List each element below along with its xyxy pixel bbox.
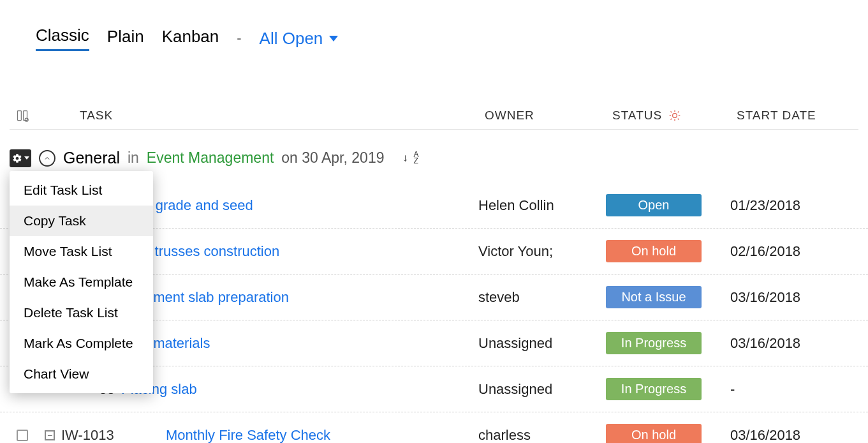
col-header-task: TASK — [35, 109, 485, 123]
status-badge[interactable]: In Progress — [606, 332, 702, 354]
status-badge[interactable]: In Progress — [606, 378, 702, 400]
task-id: −IW-1013 — [45, 427, 166, 444]
status-badge[interactable]: On hold — [606, 240, 702, 262]
menu-chart-view[interactable]: Chart View — [10, 359, 153, 389]
task-title-link[interactable]: Basement slab preparation — [121, 289, 478, 306]
collapse-icon[interactable]: − — [45, 430, 55, 440]
status-badge[interactable]: Open — [606, 194, 702, 216]
tasklist-name: General — [63, 149, 120, 167]
svg-rect-0 — [18, 111, 22, 121]
task-start-date: - — [730, 381, 868, 398]
task-title-link[interactable]: Placing slab — [121, 381, 478, 398]
menu-mark-complete[interactable]: Mark As Complete — [10, 328, 153, 359]
status-badge[interactable]: On hold — [606, 424, 702, 443]
tab-separator: - — [237, 30, 241, 47]
menu-edit-tasklist[interactable]: Edit Task List — [10, 175, 153, 206]
menu-make-template[interactable]: Make As Template — [10, 267, 153, 297]
collapse-toggle[interactable] — [39, 150, 55, 167]
task-owner: steveb — [478, 289, 606, 306]
tasklist-project[interactable]: Event Management — [147, 149, 274, 167]
filter-dropdown[interactable]: All Open — [260, 29, 339, 49]
task-owner: Helen Collin — [478, 197, 606, 214]
row-checkbox[interactable] — [17, 430, 28, 441]
tasklist-actions-button[interactable] — [10, 149, 31, 167]
status-badge[interactable]: Not a Issue — [606, 286, 702, 308]
col-header-status[interactable]: STATUS — [612, 109, 737, 123]
menu-move-tasklist[interactable]: Move Task List — [10, 236, 153, 267]
task-title-link[interactable]: Roof trusses construction — [121, 243, 478, 260]
column-settings-icon[interactable] — [10, 109, 35, 122]
task-row: −IW-1013Monthly Fire Safety Checkcharles… — [0, 412, 868, 443]
chevron-down-icon — [329, 36, 338, 41]
task-owner: Victor Youn; — [478, 243, 606, 260]
task-title-link[interactable]: Monthly Fire Safety Check — [166, 427, 478, 444]
tasklist-date: on 30 Apr, 2019 — [281, 149, 384, 167]
task-start-date: 03/16/2018 — [730, 289, 868, 306]
menu-copy-task[interactable]: Copy Task — [10, 206, 153, 236]
task-title-link[interactable]: Final grade and seed — [121, 197, 478, 214]
task-owner: Unassigned — [478, 381, 606, 398]
col-header-owner: OWNER — [485, 109, 612, 123]
gear-icon — [668, 109, 681, 122]
menu-delete-tasklist[interactable]: Delete Task List — [10, 297, 153, 328]
filter-label: All Open — [260, 29, 323, 49]
view-tab-plain[interactable]: Plain — [107, 27, 144, 50]
task-owner: Unassigned — [478, 335, 606, 352]
svg-point-3 — [673, 114, 677, 118]
task-start-date: 01/23/2018 — [730, 197, 868, 214]
task-start-date: 02/16/2018 — [730, 243, 868, 260]
tasklist-context-menu: Edit Task List Copy Task Move Task List … — [10, 171, 153, 393]
task-start-date: 03/16/2018 — [730, 427, 868, 444]
view-tab-kanban[interactable]: Kanban — [162, 27, 219, 50]
task-start-date: 03/16/2018 — [730, 335, 868, 352]
view-tab-classic[interactable]: Classic — [36, 26, 89, 51]
task-title-link[interactable]: Slab materials — [121, 335, 478, 352]
sort-button[interactable]: AZ — [403, 152, 418, 164]
tasklist-in-label: in — [128, 149, 139, 167]
chevron-down-icon — [24, 156, 29, 160]
svg-point-2 — [25, 118, 28, 121]
col-header-start: START DATE — [737, 109, 858, 123]
task-owner: charless — [478, 427, 606, 444]
